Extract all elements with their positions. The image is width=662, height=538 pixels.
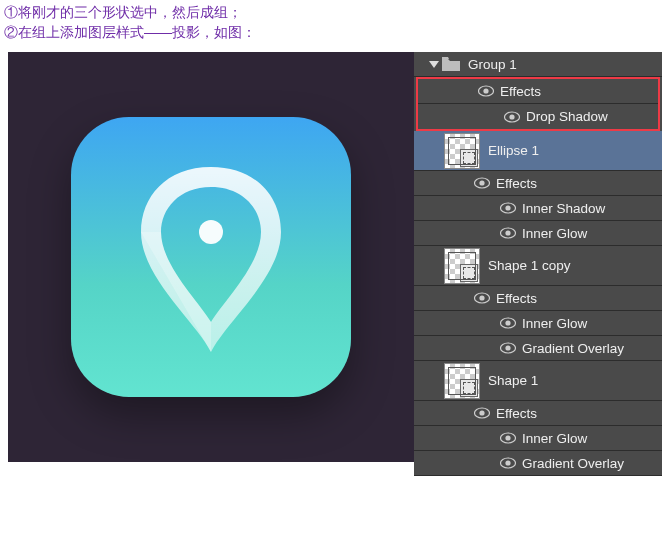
preview-canvas	[8, 52, 414, 462]
shape1-effects-row[interactable]: Effects	[414, 401, 662, 426]
svg-point-11	[505, 230, 510, 235]
layer-label: Group 1	[468, 57, 517, 72]
instruction-line-2: ②在组上添加图层样式——投影，如图：	[4, 22, 658, 42]
eye-icon[interactable]	[500, 202, 516, 214]
shape1-label: Shape 1	[488, 373, 538, 388]
inner-glow-label: Inner Glow	[522, 226, 587, 241]
highlighted-effects-box: Effects Drop Shadow	[416, 77, 660, 131]
disclosure-triangle-down-icon[interactable]	[428, 58, 440, 70]
layer-shape-1-copy[interactable]: Shape 1 copy	[414, 246, 662, 286]
layer-thumbnail	[444, 248, 480, 284]
svg-point-23	[505, 460, 510, 465]
svg-point-5	[509, 114, 514, 119]
eye-icon[interactable]	[500, 227, 516, 239]
svg-point-19	[479, 410, 484, 415]
vector-mask-icon	[460, 149, 478, 167]
svg-point-7	[479, 180, 484, 185]
eye-icon[interactable]	[500, 432, 516, 444]
inner-glow-label: Inner Glow	[522, 316, 587, 331]
group-drop-shadow-row[interactable]: Drop Shadow	[418, 104, 658, 129]
pin-graphic	[131, 157, 291, 357]
ellipse1-inner-shadow-row[interactable]: Inner Shadow	[414, 196, 662, 221]
svg-point-13	[479, 295, 484, 300]
layer-ellipse-1[interactable]: Ellipse 1	[414, 131, 662, 171]
eye-icon[interactable]	[500, 317, 516, 329]
shape1copy-effects-row[interactable]: Effects	[414, 286, 662, 311]
svg-point-21	[505, 435, 510, 440]
effects-label: Effects	[500, 84, 541, 99]
eye-icon[interactable]	[500, 342, 516, 354]
instructions-block: ①将刚才的三个形状选中，然后成组； ②在组上添加图层样式——投影，如图：	[0, 0, 662, 44]
ellipse1-inner-glow-row[interactable]: Inner Glow	[414, 221, 662, 246]
layer-thumbnail	[444, 133, 480, 169]
shape1copy-gradient-overlay-row[interactable]: Gradient Overlay	[414, 336, 662, 361]
svg-point-15	[505, 320, 510, 325]
shape1-gradient-overlay-row[interactable]: Gradient Overlay	[414, 451, 662, 476]
vector-mask-icon	[460, 379, 478, 397]
app-icon	[71, 117, 351, 397]
folder-icon	[442, 57, 460, 71]
svg-point-9	[505, 205, 510, 210]
shape1-inner-glow-row[interactable]: Inner Glow	[414, 426, 662, 451]
inner-shadow-label: Inner Shadow	[522, 201, 605, 216]
drop-shadow-label: Drop Shadow	[526, 109, 608, 124]
eye-icon[interactable]	[504, 111, 520, 123]
group-effects-row[interactable]: Effects	[418, 79, 658, 104]
eye-icon[interactable]	[474, 407, 490, 419]
shape1copy-inner-glow-row[interactable]: Inner Glow	[414, 311, 662, 336]
layer-shape-1[interactable]: Shape 1	[414, 361, 662, 401]
gradient-overlay-label: Gradient Overlay	[522, 341, 624, 356]
instruction-line-1: ①将刚才的三个形状选中，然后成组；	[4, 2, 658, 22]
eye-icon[interactable]	[474, 177, 490, 189]
eye-icon[interactable]	[474, 292, 490, 304]
vector-mask-icon	[460, 264, 478, 282]
svg-point-3	[483, 88, 488, 93]
eye-icon[interactable]	[500, 457, 516, 469]
svg-point-0	[199, 220, 223, 244]
shape1copy-label: Shape 1 copy	[488, 258, 571, 273]
layers-panel[interactable]: Group 1 Effects Drop Shadow Ellipse 1 Ef…	[414, 52, 662, 476]
effects-label: Effects	[496, 406, 537, 421]
svg-marker-1	[429, 61, 439, 68]
ellipse1-label: Ellipse 1	[488, 143, 539, 158]
eye-icon[interactable]	[478, 85, 494, 97]
gradient-overlay-label: Gradient Overlay	[522, 456, 624, 471]
effects-label: Effects	[496, 176, 537, 191]
layer-thumbnail	[444, 363, 480, 399]
inner-glow-label: Inner Glow	[522, 431, 587, 446]
svg-point-17	[505, 345, 510, 350]
ellipse1-effects-row[interactable]: Effects	[414, 171, 662, 196]
effects-label: Effects	[496, 291, 537, 306]
layer-group-1[interactable]: Group 1	[414, 52, 662, 77]
